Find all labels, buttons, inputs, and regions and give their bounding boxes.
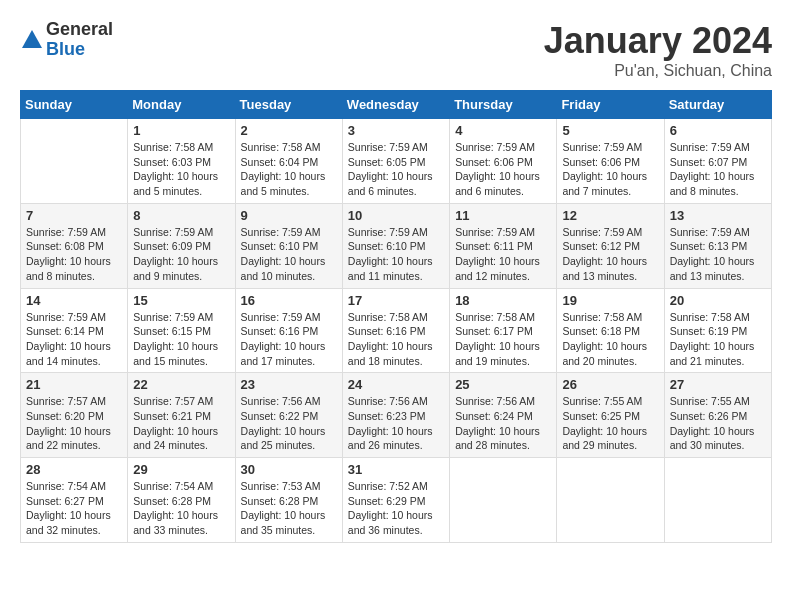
calendar-cell: 13Sunrise: 7:59 AM Sunset: 6:13 PM Dayli… xyxy=(664,203,771,288)
day-info: Sunrise: 7:58 AM Sunset: 6:16 PM Dayligh… xyxy=(348,310,444,369)
logo-blue: Blue xyxy=(46,40,113,60)
day-number: 20 xyxy=(670,293,766,308)
day-info: Sunrise: 7:59 AM Sunset: 6:07 PM Dayligh… xyxy=(670,140,766,199)
day-number: 24 xyxy=(348,377,444,392)
calendar-cell: 23Sunrise: 7:56 AM Sunset: 6:22 PM Dayli… xyxy=(235,373,342,458)
calendar-cell: 16Sunrise: 7:59 AM Sunset: 6:16 PM Dayli… xyxy=(235,288,342,373)
day-number: 5 xyxy=(562,123,658,138)
weekday-header: Saturday xyxy=(664,91,771,119)
calendar-cell: 29Sunrise: 7:54 AM Sunset: 6:28 PM Dayli… xyxy=(128,458,235,543)
day-info: Sunrise: 7:59 AM Sunset: 6:16 PM Dayligh… xyxy=(241,310,337,369)
day-number: 6 xyxy=(670,123,766,138)
day-number: 25 xyxy=(455,377,551,392)
weekday-header: Friday xyxy=(557,91,664,119)
day-info: Sunrise: 7:59 AM Sunset: 6:12 PM Dayligh… xyxy=(562,225,658,284)
day-number: 30 xyxy=(241,462,337,477)
calendar-cell xyxy=(557,458,664,543)
day-info: Sunrise: 7:57 AM Sunset: 6:20 PM Dayligh… xyxy=(26,394,122,453)
calendar-cell: 8Sunrise: 7:59 AM Sunset: 6:09 PM Daylig… xyxy=(128,203,235,288)
weekday-header: Sunday xyxy=(21,91,128,119)
calendar-week-row: 1Sunrise: 7:58 AM Sunset: 6:03 PM Daylig… xyxy=(21,119,772,204)
logo-icon xyxy=(20,28,44,52)
day-info: Sunrise: 7:59 AM Sunset: 6:06 PM Dayligh… xyxy=(562,140,658,199)
day-number: 23 xyxy=(241,377,337,392)
calendar-cell: 2Sunrise: 7:58 AM Sunset: 6:04 PM Daylig… xyxy=(235,119,342,204)
calendar-cell: 31Sunrise: 7:52 AM Sunset: 6:29 PM Dayli… xyxy=(342,458,449,543)
day-number: 4 xyxy=(455,123,551,138)
calendar-cell: 11Sunrise: 7:59 AM Sunset: 6:11 PM Dayli… xyxy=(450,203,557,288)
day-info: Sunrise: 7:57 AM Sunset: 6:21 PM Dayligh… xyxy=(133,394,229,453)
day-number: 3 xyxy=(348,123,444,138)
calendar-cell: 7Sunrise: 7:59 AM Sunset: 6:08 PM Daylig… xyxy=(21,203,128,288)
day-info: Sunrise: 7:59 AM Sunset: 6:08 PM Dayligh… xyxy=(26,225,122,284)
day-number: 27 xyxy=(670,377,766,392)
calendar-cell: 22Sunrise: 7:57 AM Sunset: 6:21 PM Dayli… xyxy=(128,373,235,458)
day-number: 1 xyxy=(133,123,229,138)
day-info: Sunrise: 7:59 AM Sunset: 6:14 PM Dayligh… xyxy=(26,310,122,369)
calendar-cell: 15Sunrise: 7:59 AM Sunset: 6:15 PM Dayli… xyxy=(128,288,235,373)
month-title: January 2024 xyxy=(544,20,772,62)
day-number: 10 xyxy=(348,208,444,223)
calendar-week-row: 7Sunrise: 7:59 AM Sunset: 6:08 PM Daylig… xyxy=(21,203,772,288)
day-info: Sunrise: 7:58 AM Sunset: 6:18 PM Dayligh… xyxy=(562,310,658,369)
calendar-cell xyxy=(664,458,771,543)
day-number: 29 xyxy=(133,462,229,477)
day-number: 2 xyxy=(241,123,337,138)
calendar-week-row: 21Sunrise: 7:57 AM Sunset: 6:20 PM Dayli… xyxy=(21,373,772,458)
logo: General Blue xyxy=(20,20,113,60)
calendar-cell: 14Sunrise: 7:59 AM Sunset: 6:14 PM Dayli… xyxy=(21,288,128,373)
day-info: Sunrise: 7:59 AM Sunset: 6:13 PM Dayligh… xyxy=(670,225,766,284)
calendar-cell: 24Sunrise: 7:56 AM Sunset: 6:23 PM Dayli… xyxy=(342,373,449,458)
day-info: Sunrise: 7:59 AM Sunset: 6:15 PM Dayligh… xyxy=(133,310,229,369)
page-header: General Blue January 2024 Pu'an, Sichuan… xyxy=(20,20,772,80)
day-number: 19 xyxy=(562,293,658,308)
day-number: 8 xyxy=(133,208,229,223)
calendar-cell xyxy=(450,458,557,543)
calendar-cell: 3Sunrise: 7:59 AM Sunset: 6:05 PM Daylig… xyxy=(342,119,449,204)
calendar-week-row: 28Sunrise: 7:54 AM Sunset: 6:27 PM Dayli… xyxy=(21,458,772,543)
day-number: 14 xyxy=(26,293,122,308)
calendar-cell: 10Sunrise: 7:59 AM Sunset: 6:10 PM Dayli… xyxy=(342,203,449,288)
day-info: Sunrise: 7:56 AM Sunset: 6:22 PM Dayligh… xyxy=(241,394,337,453)
day-number: 9 xyxy=(241,208,337,223)
day-number: 18 xyxy=(455,293,551,308)
day-number: 7 xyxy=(26,208,122,223)
day-info: Sunrise: 7:59 AM Sunset: 6:06 PM Dayligh… xyxy=(455,140,551,199)
day-info: Sunrise: 7:55 AM Sunset: 6:25 PM Dayligh… xyxy=(562,394,658,453)
calendar-cell: 28Sunrise: 7:54 AM Sunset: 6:27 PM Dayli… xyxy=(21,458,128,543)
calendar-cell: 9Sunrise: 7:59 AM Sunset: 6:10 PM Daylig… xyxy=(235,203,342,288)
day-info: Sunrise: 7:52 AM Sunset: 6:29 PM Dayligh… xyxy=(348,479,444,538)
location: Pu'an, Sichuan, China xyxy=(544,62,772,80)
weekday-header: Monday xyxy=(128,91,235,119)
day-number: 31 xyxy=(348,462,444,477)
title-block: January 2024 Pu'an, Sichuan, China xyxy=(544,20,772,80)
day-number: 12 xyxy=(562,208,658,223)
day-number: 26 xyxy=(562,377,658,392)
day-info: Sunrise: 7:58 AM Sunset: 6:19 PM Dayligh… xyxy=(670,310,766,369)
day-number: 16 xyxy=(241,293,337,308)
day-info: Sunrise: 7:54 AM Sunset: 6:27 PM Dayligh… xyxy=(26,479,122,538)
day-info: Sunrise: 7:55 AM Sunset: 6:26 PM Dayligh… xyxy=(670,394,766,453)
calendar-cell: 26Sunrise: 7:55 AM Sunset: 6:25 PM Dayli… xyxy=(557,373,664,458)
calendar-cell: 27Sunrise: 7:55 AM Sunset: 6:26 PM Dayli… xyxy=(664,373,771,458)
day-number: 15 xyxy=(133,293,229,308)
day-number: 13 xyxy=(670,208,766,223)
svg-marker-0 xyxy=(22,30,42,48)
weekday-header: Wednesday xyxy=(342,91,449,119)
day-info: Sunrise: 7:58 AM Sunset: 6:04 PM Dayligh… xyxy=(241,140,337,199)
calendar-cell: 30Sunrise: 7:53 AM Sunset: 6:28 PM Dayli… xyxy=(235,458,342,543)
calendar-cell: 6Sunrise: 7:59 AM Sunset: 6:07 PM Daylig… xyxy=(664,119,771,204)
calendar-cell: 17Sunrise: 7:58 AM Sunset: 6:16 PM Dayli… xyxy=(342,288,449,373)
calendar-week-row: 14Sunrise: 7:59 AM Sunset: 6:14 PM Dayli… xyxy=(21,288,772,373)
day-info: Sunrise: 7:59 AM Sunset: 6:09 PM Dayligh… xyxy=(133,225,229,284)
day-info: Sunrise: 7:59 AM Sunset: 6:10 PM Dayligh… xyxy=(241,225,337,284)
day-info: Sunrise: 7:54 AM Sunset: 6:28 PM Dayligh… xyxy=(133,479,229,538)
calendar-cell: 18Sunrise: 7:58 AM Sunset: 6:17 PM Dayli… xyxy=(450,288,557,373)
day-number: 17 xyxy=(348,293,444,308)
calendar-cell: 21Sunrise: 7:57 AM Sunset: 6:20 PM Dayli… xyxy=(21,373,128,458)
calendar-cell: 4Sunrise: 7:59 AM Sunset: 6:06 PM Daylig… xyxy=(450,119,557,204)
calendar-cell: 19Sunrise: 7:58 AM Sunset: 6:18 PM Dayli… xyxy=(557,288,664,373)
day-info: Sunrise: 7:58 AM Sunset: 6:17 PM Dayligh… xyxy=(455,310,551,369)
calendar-cell xyxy=(21,119,128,204)
day-info: Sunrise: 7:56 AM Sunset: 6:23 PM Dayligh… xyxy=(348,394,444,453)
